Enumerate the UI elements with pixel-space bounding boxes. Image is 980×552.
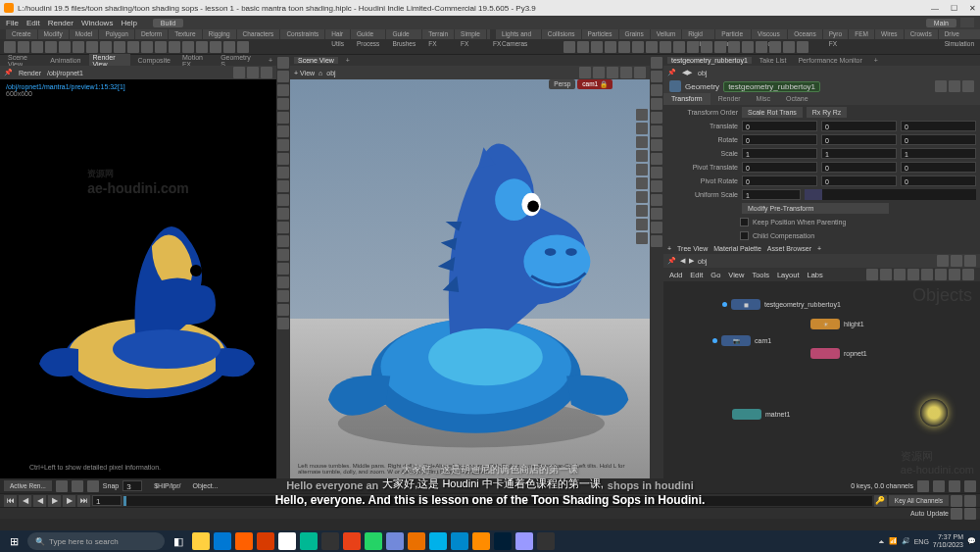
net-tool-icon[interactable] (907, 269, 919, 280)
pty-field[interactable]: 0 (821, 162, 897, 173)
net-icon[interactable] (951, 255, 962, 267)
display-icon[interactable] (651, 153, 662, 165)
shelf-icon[interactable] (18, 41, 29, 53)
vp-icon[interactable] (634, 67, 646, 78)
network-canvas[interactable]: Objects ◼ testgeometry_rubbertoy1 ☀ hlig… (663, 281, 980, 478)
display-icon[interactable] (651, 112, 662, 124)
tray-lang[interactable]: ENG (914, 538, 929, 545)
net-tool-icon[interactable] (949, 269, 960, 280)
settings-icon[interactable] (960, 18, 974, 27)
tab-add4[interactable]: + (667, 245, 671, 252)
chrome-icon[interactable] (278, 532, 296, 550)
tool-icon[interactable] (277, 249, 289, 261)
shelf-icon[interactable] (73, 41, 84, 53)
node-rop[interactable]: ropnet1 (810, 348, 867, 359)
shelf-icon[interactable] (687, 41, 699, 53)
shelf-icon[interactable] (141, 41, 153, 53)
shelf-tab[interactable]: Deform (135, 29, 168, 39)
shelf-tab[interactable]: Viscous Fluids (752, 29, 787, 39)
render-pin-icon[interactable]: 📌 (4, 69, 13, 76)
shelf-icon[interactable] (714, 41, 726, 53)
uscale-field[interactable]: 1 (742, 189, 801, 200)
status-icon[interactable] (951, 508, 962, 520)
pretransform-dropdown[interactable]: Modify Pre-Transform (742, 203, 889, 214)
tab-transform[interactable]: Transform (663, 93, 710, 105)
desktop-dropdown[interactable]: Build (153, 19, 184, 27)
node-mat[interactable]: matnet1 (732, 409, 790, 420)
shelf-tab[interactable]: FEM (849, 29, 874, 39)
render-view[interactable]: /obj/ropnet1/mantra1/preview1:15:32[1] 6… (0, 79, 276, 478)
shelf-tab[interactable]: Drive Simulation (939, 29, 980, 39)
tool-icon[interactable] (277, 125, 289, 137)
tx-field[interactable]: 0 (742, 121, 817, 131)
first-frame-button[interactable]: ⏮ (4, 495, 17, 507)
ry-field[interactable]: 0 (821, 134, 897, 145)
select-tool-icon[interactable] (277, 57, 289, 69)
task-view-icon[interactable]: ◧ (169, 531, 188, 551)
menu-edit[interactable]: Edit (26, 19, 40, 27)
shelf-icon[interactable] (660, 41, 671, 53)
sx-field[interactable]: 1 (742, 148, 817, 159)
shelf-icon[interactable] (797, 41, 808, 53)
tool-icon[interactable] (277, 139, 289, 151)
shelf-icon[interactable] (742, 41, 754, 53)
app-icon[interactable] (408, 532, 425, 550)
shelf-tab[interactable]: Lights and Cameras (496, 29, 541, 39)
shelf-tab[interactable]: Create (6, 29, 37, 39)
prx-field[interactable]: 0 (742, 176, 817, 186)
tab-animation[interactable]: Animation (46, 57, 84, 64)
shelf-tab[interactable]: Characters (237, 29, 280, 39)
key-channels-dropdown[interactable]: Key All Channels (889, 495, 949, 506)
shelf-tab[interactable]: Vellum (651, 29, 682, 39)
shelf-icon[interactable] (605, 41, 616, 53)
shelf-icon[interactable] (769, 41, 781, 53)
prz-field[interactable]: 0 (901, 176, 976, 186)
display-icon[interactable] (651, 208, 662, 220)
nav-fwd2[interactable]: ▶ (689, 257, 694, 265)
ps-icon[interactable] (494, 532, 512, 550)
active-render-dropdown[interactable]: Active Ren... (4, 480, 52, 491)
shelf-icon[interactable] (4, 41, 16, 53)
tool-icon[interactable] (277, 318, 289, 329)
notifications-icon[interactable]: 💬 (967, 537, 976, 545)
tool-icon[interactable] (277, 153, 289, 165)
shelf-tab[interactable]: Crowds (905, 29, 938, 39)
gear-icon[interactable] (935, 80, 947, 92)
net-icon[interactable] (964, 255, 976, 267)
menu-render[interactable]: Render (48, 19, 74, 27)
display-icon[interactable] (651, 235, 662, 247)
rz-field[interactable]: 0 (901, 134, 976, 145)
main-indicator[interactable]: Main (926, 19, 956, 27)
render-path[interactable]: /obj/ropnet1 (47, 70, 83, 76)
shelf-icon[interactable] (100, 41, 112, 53)
shelf-tab[interactable]: Particles (582, 29, 618, 39)
net-labs[interactable]: Labs (807, 271, 822, 279)
tool-icon[interactable] (277, 208, 289, 220)
tab-matpalette[interactable]: Material Palette (713, 245, 761, 252)
tool-icon[interactable] (277, 304, 289, 316)
pin-icon2[interactable]: 📌 (667, 257, 676, 265)
tab-perfmon[interactable]: Performance Monitor (794, 57, 865, 64)
shelf-icon[interactable] (577, 41, 589, 53)
display-icon[interactable] (651, 167, 662, 178)
display-icon[interactable] (651, 71, 662, 82)
shelf-tab[interactable]: Collisions (542, 29, 581, 39)
shelf-icon[interactable] (155, 41, 167, 53)
tab-takelist[interactable]: Take List (756, 57, 791, 64)
shelf-icon[interactable] (59, 41, 71, 53)
display-icon[interactable] (651, 180, 662, 192)
shelf-tab[interactable]: Wires (875, 29, 904, 39)
net-tool-icon[interactable] (921, 269, 933, 280)
display-icon[interactable] (651, 98, 662, 110)
menu-file[interactable]: File (6, 19, 19, 27)
rx-field[interactable]: 0 (742, 134, 817, 145)
shelf-icon[interactable] (182, 41, 194, 53)
render-menu[interactable]: Render (19, 70, 41, 76)
shelf-tab[interactable]: Hair Utils (325, 29, 350, 39)
keep-pos-checkbox[interactable] (740, 218, 749, 226)
ptx-field[interactable]: 0 (742, 162, 817, 173)
office-icon[interactable] (257, 532, 274, 550)
move-tool-icon[interactable] (277, 71, 289, 82)
vp-icon[interactable] (607, 67, 618, 78)
net-tool-icon[interactable] (894, 269, 906, 280)
